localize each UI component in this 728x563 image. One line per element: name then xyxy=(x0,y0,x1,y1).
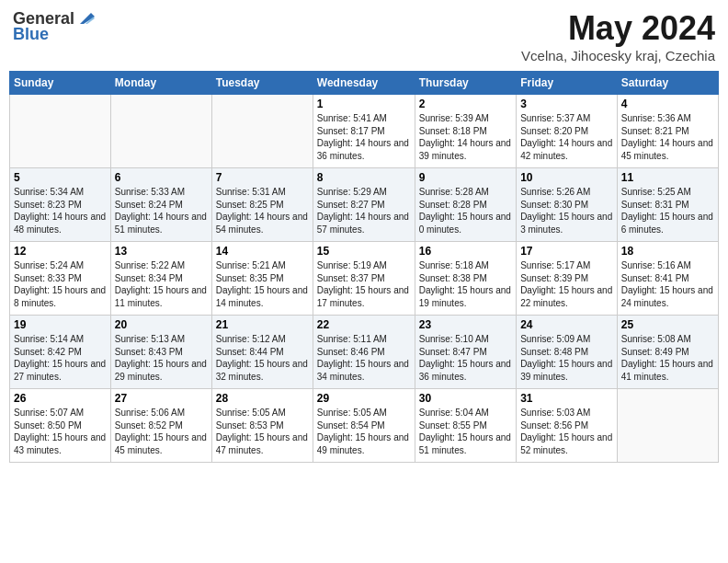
calendar-day-cell: 28Sunrise: 5:05 AMSunset: 8:53 PMDayligh… xyxy=(211,389,313,463)
day-number: 17 xyxy=(520,245,613,258)
calendar-day-cell: 17Sunrise: 5:17 AMSunset: 8:39 PMDayligh… xyxy=(517,242,618,316)
calendar-day-cell xyxy=(211,95,313,168)
calendar-day-cell: 29Sunrise: 5:05 AMSunset: 8:54 PMDayligh… xyxy=(313,389,415,463)
calendar-day-cell: 9Sunrise: 5:28 AMSunset: 8:28 PMDaylight… xyxy=(415,168,516,242)
title-section: May 2024 Vcelna, Jihocesky kraj, Czechia xyxy=(521,9,715,63)
day-info: Sunrise: 5:28 AMSunset: 8:28 PMDaylight:… xyxy=(419,186,512,236)
calendar-day-cell: 27Sunrise: 5:06 AMSunset: 8:52 PMDayligh… xyxy=(110,389,211,463)
day-info: Sunrise: 5:14 AMSunset: 8:42 PMDaylight:… xyxy=(14,333,107,383)
day-number: 26 xyxy=(14,392,107,405)
day-info: Sunrise: 5:09 AMSunset: 8:48 PMDaylight:… xyxy=(520,333,613,383)
day-number: 15 xyxy=(317,245,411,258)
logo-icon xyxy=(76,11,95,26)
day-info: Sunrise: 5:26 AMSunset: 8:30 PMDaylight:… xyxy=(520,186,613,236)
calendar-day-cell: 12Sunrise: 5:24 AMSunset: 8:33 PMDayligh… xyxy=(10,242,111,316)
calendar-day-cell: 19Sunrise: 5:14 AMSunset: 8:42 PMDayligh… xyxy=(10,316,111,389)
day-number: 22 xyxy=(317,318,411,331)
weekday-header: Wednesday xyxy=(313,72,415,95)
calendar-table: SundayMondayTuesdayWednesdayThursdayFrid… xyxy=(9,71,719,463)
day-info: Sunrise: 5:05 AMSunset: 8:54 PMDaylight:… xyxy=(317,407,411,456)
day-number: 19 xyxy=(14,318,107,331)
calendar-day-cell xyxy=(617,389,718,463)
weekday-header: Friday xyxy=(517,72,618,95)
calendar-day-cell: 20Sunrise: 5:13 AMSunset: 8:43 PMDayligh… xyxy=(110,316,211,389)
weekday-header: Saturday xyxy=(617,72,718,95)
day-info: Sunrise: 5:24 AMSunset: 8:33 PMDaylight:… xyxy=(14,259,107,309)
day-number: 30 xyxy=(419,392,512,405)
day-info: Sunrise: 5:10 AMSunset: 8:47 PMDaylight:… xyxy=(419,333,512,383)
day-number: 13 xyxy=(115,245,208,258)
day-number: 24 xyxy=(520,318,613,331)
day-info: Sunrise: 5:36 AMSunset: 8:21 PMDaylight:… xyxy=(621,112,714,162)
day-number: 20 xyxy=(115,318,208,331)
weekday-header: Tuesday xyxy=(211,72,313,95)
day-info: Sunrise: 5:34 AMSunset: 8:23 PMDaylight:… xyxy=(14,186,107,236)
calendar-day-cell: 31Sunrise: 5:03 AMSunset: 8:56 PMDayligh… xyxy=(517,389,618,463)
weekday-header: Sunday xyxy=(10,72,111,95)
day-number: 5 xyxy=(14,171,107,184)
calendar-day-cell: 18Sunrise: 5:16 AMSunset: 8:41 PMDayligh… xyxy=(617,242,718,316)
day-info: Sunrise: 5:06 AMSunset: 8:52 PMDaylight:… xyxy=(115,407,208,456)
day-info: Sunrise: 5:39 AMSunset: 8:18 PMDaylight:… xyxy=(419,112,512,162)
day-info: Sunrise: 5:19 AMSunset: 8:37 PMDaylight:… xyxy=(317,259,411,309)
day-number: 18 xyxy=(621,245,714,258)
day-info: Sunrise: 5:22 AMSunset: 8:34 PMDaylight:… xyxy=(115,259,208,309)
day-info: Sunrise: 5:41 AMSunset: 8:17 PMDaylight:… xyxy=(317,112,411,162)
day-number: 27 xyxy=(115,392,208,405)
calendar-week-row: 26Sunrise: 5:07 AMSunset: 8:50 PMDayligh… xyxy=(10,389,719,463)
page-header: General Blue May 2024 Vcelna, Jihocesky … xyxy=(9,9,719,63)
calendar-day-cell: 13Sunrise: 5:22 AMSunset: 8:34 PMDayligh… xyxy=(110,242,211,316)
day-info: Sunrise: 5:04 AMSunset: 8:55 PMDaylight:… xyxy=(419,407,512,456)
day-number: 23 xyxy=(419,318,512,331)
logo-blue-text: Blue xyxy=(13,25,49,44)
day-number: 12 xyxy=(14,245,107,258)
day-info: Sunrise: 5:17 AMSunset: 8:39 PMDaylight:… xyxy=(520,259,613,309)
calendar-day-cell: 23Sunrise: 5:10 AMSunset: 8:47 PMDayligh… xyxy=(415,316,516,389)
calendar-day-cell: 24Sunrise: 5:09 AMSunset: 8:48 PMDayligh… xyxy=(517,316,618,389)
calendar-day-cell: 3Sunrise: 5:37 AMSunset: 8:20 PMDaylight… xyxy=(517,95,618,168)
calendar-day-cell: 1Sunrise: 5:41 AMSunset: 8:17 PMDaylight… xyxy=(313,95,415,168)
day-number: 21 xyxy=(216,318,309,331)
day-info: Sunrise: 5:08 AMSunset: 8:49 PMDaylight:… xyxy=(621,333,714,383)
day-number: 10 xyxy=(520,171,613,184)
calendar-day-cell: 10Sunrise: 5:26 AMSunset: 8:30 PMDayligh… xyxy=(517,168,618,242)
day-info: Sunrise: 5:05 AMSunset: 8:53 PMDaylight:… xyxy=(216,407,309,456)
day-number: 8 xyxy=(317,171,411,184)
day-number: 16 xyxy=(419,245,512,258)
day-number: 11 xyxy=(621,171,714,184)
day-info: Sunrise: 5:13 AMSunset: 8:43 PMDaylight:… xyxy=(115,333,208,383)
day-number: 28 xyxy=(216,392,309,405)
calendar-day-cell: 15Sunrise: 5:19 AMSunset: 8:37 PMDayligh… xyxy=(313,242,415,316)
month-title: May 2024 xyxy=(521,9,715,48)
day-number: 31 xyxy=(520,392,613,405)
day-info: Sunrise: 5:37 AMSunset: 8:20 PMDaylight:… xyxy=(520,112,613,162)
calendar-day-cell: 14Sunrise: 5:21 AMSunset: 8:35 PMDayligh… xyxy=(211,242,313,316)
calendar-day-cell: 16Sunrise: 5:18 AMSunset: 8:38 PMDayligh… xyxy=(415,242,516,316)
day-info: Sunrise: 5:16 AMSunset: 8:41 PMDaylight:… xyxy=(621,259,714,309)
day-info: Sunrise: 5:07 AMSunset: 8:50 PMDaylight:… xyxy=(14,407,107,456)
day-info: Sunrise: 5:18 AMSunset: 8:38 PMDaylight:… xyxy=(419,259,512,309)
day-number: 7 xyxy=(216,171,309,184)
calendar-day-cell: 5Sunrise: 5:34 AMSunset: 8:23 PMDaylight… xyxy=(10,168,111,242)
day-number: 1 xyxy=(317,98,411,110)
day-number: 25 xyxy=(621,318,714,331)
day-number: 9 xyxy=(419,171,512,184)
weekday-header: Monday xyxy=(110,72,211,95)
day-info: Sunrise: 5:03 AMSunset: 8:56 PMDaylight:… xyxy=(520,407,613,456)
calendar-day-cell xyxy=(110,95,211,168)
day-info: Sunrise: 5:12 AMSunset: 8:44 PMDaylight:… xyxy=(216,333,309,383)
calendar-day-cell: 2Sunrise: 5:39 AMSunset: 8:18 PMDaylight… xyxy=(415,95,516,168)
day-info: Sunrise: 5:29 AMSunset: 8:27 PMDaylight:… xyxy=(317,186,411,236)
calendar-header-row: SundayMondayTuesdayWednesdayThursdayFrid… xyxy=(10,72,719,95)
day-info: Sunrise: 5:21 AMSunset: 8:35 PMDaylight:… xyxy=(216,259,309,309)
day-number: 14 xyxy=(216,245,309,258)
weekday-header: Thursday xyxy=(415,72,516,95)
day-number: 3 xyxy=(520,98,613,110)
calendar-day-cell: 6Sunrise: 5:33 AMSunset: 8:24 PMDaylight… xyxy=(110,168,211,242)
day-info: Sunrise: 5:25 AMSunset: 8:31 PMDaylight:… xyxy=(621,186,714,236)
calendar-week-row: 1Sunrise: 5:41 AMSunset: 8:17 PMDaylight… xyxy=(10,95,719,168)
day-info: Sunrise: 5:11 AMSunset: 8:46 PMDaylight:… xyxy=(317,333,411,383)
calendar-day-cell: 25Sunrise: 5:08 AMSunset: 8:49 PMDayligh… xyxy=(617,316,718,389)
calendar-week-row: 5Sunrise: 5:34 AMSunset: 8:23 PMDaylight… xyxy=(10,168,719,242)
calendar-day-cell: 4Sunrise: 5:36 AMSunset: 8:21 PMDaylight… xyxy=(617,95,718,168)
